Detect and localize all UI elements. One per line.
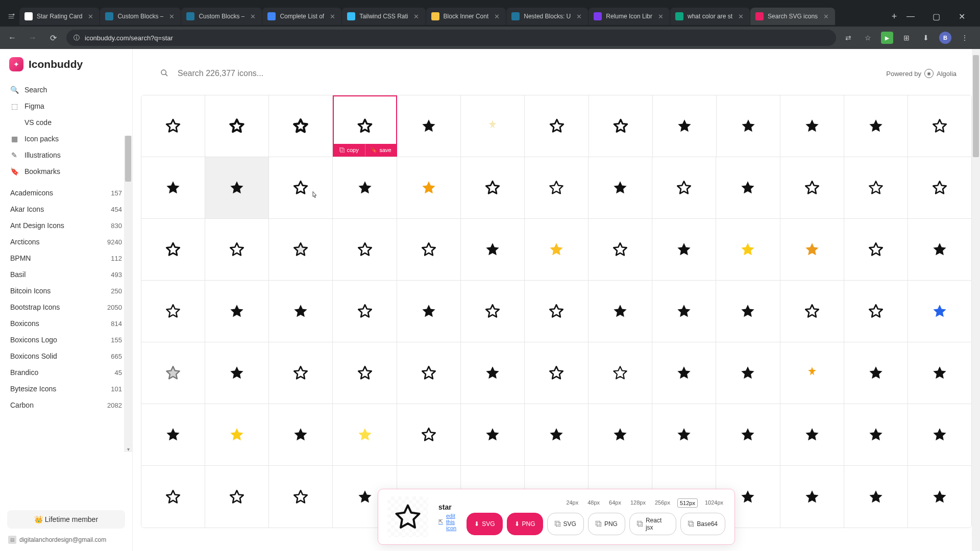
- icon-pack-item[interactable]: Ant Design Icons830: [5, 217, 127, 234]
- icon-grid-cell[interactable]: [205, 219, 269, 280]
- icon-grid-cell[interactable]: [269, 281, 333, 342]
- user-email[interactable]: ▤ digitalanchordesign@gmail.com: [7, 534, 125, 546]
- icon-grid-cell[interactable]: [269, 466, 333, 528]
- tab-close-icon[interactable]: ✕: [575, 12, 583, 20]
- new-tab-button[interactable]: +: [887, 9, 901, 23]
- browser-tab[interactable]: Block Inner Cont✕: [426, 8, 506, 25]
- icon-grid-cell[interactable]: [333, 342, 397, 404]
- menu-icon[interactable]: ⋮: [959, 32, 971, 44]
- icon-grid-cell[interactable]: [525, 219, 589, 280]
- icon-grid-cell[interactable]: [525, 404, 589, 465]
- icon-grid-cell[interactable]: [141, 157, 205, 218]
- icon-grid-cell[interactable]: [652, 219, 716, 280]
- icon-grid-cell[interactable]: ⿻ copy🔖 save: [333, 95, 397, 157]
- icon-grid-cell[interactable]: [397, 281, 461, 342]
- icon-grid-cell[interactable]: [205, 157, 269, 218]
- icon-grid-cell[interactable]: [780, 466, 844, 528]
- icon-grid-cell[interactable]: [141, 404, 205, 465]
- icon-grid-cell[interactable]: [461, 157, 525, 218]
- size-option[interactable]: 128px: [628, 498, 648, 508]
- icon-grid-cell[interactable]: [205, 466, 269, 528]
- icon-grid-cell[interactable]: [716, 404, 780, 465]
- icon-grid-cell[interactable]: [205, 95, 269, 157]
- icon-pack-item[interactable]: Academicons157: [5, 185, 127, 201]
- icon-grid-cell[interactable]: [461, 342, 525, 404]
- icon-grid-cell[interactable]: [397, 95, 461, 157]
- icon-grid-cell[interactable]: [652, 281, 716, 342]
- icon-grid-cell[interactable]: [269, 157, 333, 218]
- icon-pack-item[interactable]: Bitcoin Icons250: [5, 283, 127, 299]
- browser-tab[interactable]: Tailwind CSS Rati✕: [342, 8, 425, 25]
- icon-grid-cell[interactable]: [844, 404, 908, 465]
- profile-avatar[interactable]: B: [939, 32, 951, 44]
- icon-grid-cell[interactable]: [525, 281, 589, 342]
- download-button[interactable]: ⿻Base64: [680, 513, 725, 535]
- size-option[interactable]: 512px: [677, 498, 698, 508]
- site-info-icon[interactable]: ⓘ: [74, 34, 80, 42]
- icon-grid-cell[interactable]: [844, 157, 908, 218]
- icon-grid-cell[interactable]: [141, 95, 205, 157]
- save-button[interactable]: 🔖 save: [365, 144, 397, 156]
- icon-grid-cell[interactable]: [269, 95, 333, 157]
- icon-grid-cell[interactable]: [205, 281, 269, 342]
- download-button[interactable]: ⿻PNG: [588, 513, 625, 535]
- browser-tab[interactable]: what color are st✕: [670, 8, 750, 25]
- browser-tab[interactable]: Relume Icon Libr✕: [589, 8, 670, 25]
- icon-grid-cell[interactable]: [525, 157, 589, 218]
- size-option[interactable]: 256px: [653, 498, 672, 508]
- translate-icon[interactable]: ⇄: [842, 32, 854, 44]
- icon-grid-cell[interactable]: [461, 281, 525, 342]
- icon-grid-cell[interactable]: [333, 219, 397, 280]
- tab-close-icon[interactable]: ✕: [656, 12, 665, 20]
- icon-grid-cell[interactable]: [333, 404, 397, 465]
- icon-grid-cell[interactable]: [780, 157, 844, 218]
- main-scrollbar[interactable]: [972, 49, 980, 551]
- icon-grid-cell[interactable]: [844, 219, 908, 280]
- icon-grid-cell[interactable]: [653, 95, 717, 157]
- edit-icon-link[interactable]: ⇱ edit this icon: [438, 513, 456, 531]
- browser-tab[interactable]: Star Rating Card✕: [19, 8, 100, 25]
- search-input[interactable]: [178, 69, 872, 78]
- icon-grid-cell[interactable]: [397, 342, 461, 404]
- browser-tab[interactable]: Nested Blocks: U✕: [506, 8, 588, 25]
- icon-grid-cell[interactable]: [269, 404, 333, 465]
- icon-pack-item[interactable]: Boxicons Logo155: [5, 332, 127, 348]
- icon-pack-item[interactable]: Bootstrap Icons2050: [5, 299, 127, 315]
- icon-grid-cell[interactable]: [589, 157, 652, 218]
- brand[interactable]: ✦ Iconbuddy: [0, 49, 132, 80]
- icon-grid-cell[interactable]: [844, 466, 908, 528]
- tab-search-icon[interactable]: [4, 9, 18, 23]
- icon-grid-cell[interactable]: [525, 342, 589, 404]
- sidebar-nav-item[interactable]: ⬚Figma: [5, 98, 127, 114]
- icon-grid-cell[interactable]: [461, 219, 525, 280]
- icon-grid-cell[interactable]: [780, 95, 844, 157]
- icon-pack-item[interactable]: Boxicons Solid665: [5, 348, 127, 364]
- icon-grid-cell[interactable]: [908, 219, 971, 280]
- icon-pack-item[interactable]: Carbon2082: [5, 397, 127, 413]
- icon-grid-cell[interactable]: [844, 281, 908, 342]
- icon-grid-cell[interactable]: [589, 281, 652, 342]
- icon-grid-cell[interactable]: [652, 342, 716, 404]
- download-button[interactable]: ⿻React jsx: [629, 513, 676, 535]
- icon-grid-cell[interactable]: [397, 219, 461, 280]
- bookmark-star-icon[interactable]: ☆: [862, 32, 874, 44]
- lifetime-badge[interactable]: 👑 Lifetime member: [7, 510, 125, 529]
- icon-grid-cell[interactable]: [780, 342, 844, 404]
- icon-grid-cell[interactable]: [461, 404, 525, 465]
- algolia-attribution[interactable]: Powered by ◉ Algolia: [886, 69, 957, 78]
- icon-grid-cell[interactable]: [141, 281, 205, 342]
- tab-close-icon[interactable]: ✕: [412, 12, 421, 20]
- icon-grid-cell[interactable]: [844, 95, 908, 157]
- icon-grid-cell[interactable]: [333, 281, 397, 342]
- download-button[interactable]: ⬇PNG: [507, 513, 543, 535]
- icon-grid-cell[interactable]: [780, 219, 844, 280]
- icon-grid-cell[interactable]: [205, 404, 269, 465]
- icon-grid-cell[interactable]: [908, 281, 971, 342]
- icon-grid-cell[interactable]: [141, 466, 205, 528]
- icon-grid-cell[interactable]: [525, 95, 589, 157]
- extension-1-icon[interactable]: ▶: [881, 32, 893, 44]
- icon-grid-cell[interactable]: [397, 157, 461, 218]
- browser-tab[interactable]: Custom Blocks –✕: [100, 8, 181, 25]
- tab-close-icon[interactable]: ✕: [86, 12, 94, 20]
- copy-button[interactable]: ⿻ copy: [333, 144, 365, 156]
